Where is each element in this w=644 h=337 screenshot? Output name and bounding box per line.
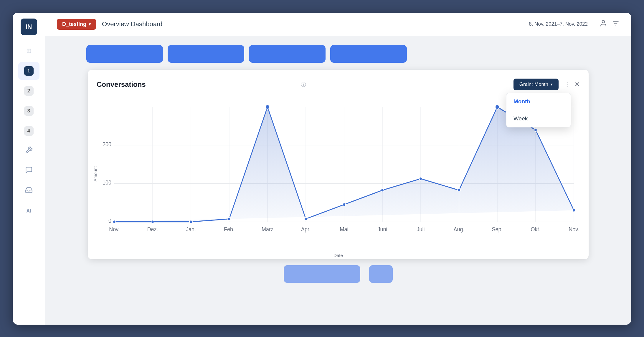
svg-text:Sep.: Sep.: [492, 226, 503, 233]
workspace-selector[interactable]: D_testing ▾: [57, 19, 96, 30]
svg-point-46: [458, 188, 460, 192]
svg-text:Jan.: Jan.: [186, 226, 196, 233]
tab-card-3[interactable]: [249, 45, 326, 63]
svg-point-39: [189, 220, 192, 223]
inbox-icon: [25, 186, 33, 196]
sidebar-item-grid[interactable]: ⊞: [18, 42, 39, 60]
sidebar-item-chat[interactable]: [18, 162, 39, 180]
svg-text:Juni: Juni: [377, 226, 387, 233]
sidebar-item-2[interactable]: 2: [18, 82, 39, 100]
grain-chevron-icon: ▾: [551, 82, 553, 87]
sidebar-item-tools[interactable]: [18, 142, 39, 160]
svg-point-43: [343, 203, 346, 206]
num3-icon: 3: [24, 106, 34, 116]
grid-icon: ⊞: [26, 47, 32, 55]
chat-icon: [25, 166, 33, 176]
filter-icon[interactable]: [612, 19, 620, 29]
svg-point-48: [534, 128, 537, 132]
svg-text:Feb.: Feb.: [224, 226, 235, 233]
svg-text:100: 100: [103, 179, 111, 186]
dashboard: Conversations ⓘ Grain: Month ▾ ⋮ ✕ Amoun…: [45, 36, 631, 325]
sidebar-item-ai[interactable]: AI: [18, 202, 39, 220]
main-content: D_testing ▾ Overview Dashboard 8. Nov. 2…: [45, 13, 631, 325]
grain-button-label: Grain: Month: [519, 82, 548, 87]
svg-text:Okt.: Okt.: [531, 226, 541, 233]
page-title: Overview Dashboard: [102, 20, 523, 28]
workspace-chevron-icon: ▾: [89, 22, 91, 26]
sidebar-item-1[interactable]: 1: [18, 62, 39, 80]
svg-text:Dez.: Dez.: [147, 226, 158, 233]
sidebar-item-inbox[interactable]: [18, 182, 39, 200]
topbar-actions: [600, 19, 620, 29]
chart-modal: Conversations ⓘ Grain: Month ▾ ⋮ ✕ Amoun…: [88, 70, 589, 259]
dropdown-item-month[interactable]: Month: [506, 93, 571, 110]
num4-icon: 4: [24, 126, 34, 136]
tab-cards: [86, 45, 620, 63]
num1-icon: 1: [24, 66, 34, 76]
tab-card-1[interactable]: [86, 45, 163, 63]
svg-text:Nov.: Nov.: [109, 226, 120, 233]
svg-point-45: [419, 177, 422, 180]
svg-text:Nov.: Nov.: [569, 226, 579, 233]
tab-card-2[interactable]: [168, 45, 244, 63]
svg-text:Juli: Juli: [417, 226, 425, 233]
app-logo[interactable]: IN: [21, 19, 37, 35]
num2-icon: 2: [24, 86, 34, 96]
svg-point-40: [228, 217, 231, 220]
svg-point-41: [265, 104, 270, 109]
grain-dropdown-button[interactable]: Grain: Month ▾: [513, 79, 559, 90]
sidebar-item-4[interactable]: 4: [18, 122, 39, 140]
svg-point-49: [572, 209, 575, 212]
close-icon[interactable]: ✕: [574, 81, 580, 88]
dropdown-item-week[interactable]: Week: [506, 110, 571, 127]
user-icon[interactable]: [600, 19, 607, 29]
tools-icon: [25, 146, 33, 156]
grain-dropdown-menu: Month Week: [506, 93, 571, 127]
sidebar: IN ⊞ 1 2 3 4: [13, 13, 45, 325]
svg-point-47: [495, 104, 499, 109]
tab-card-4[interactable]: [330, 45, 407, 63]
y-axis-label: Amount: [93, 166, 98, 182]
svg-text:Apr.: Apr.: [301, 226, 311, 233]
date-range: 8. Nov. 2021–7. Nov. 2022: [529, 21, 588, 27]
svg-text:März: März: [262, 226, 273, 233]
svg-text:200: 200: [103, 141, 111, 147]
chart-title: Conversations: [97, 80, 298, 89]
svg-text:0: 0: [108, 218, 111, 224]
svg-text:Mai: Mai: [340, 226, 349, 233]
more-options-icon[interactable]: ⋮: [564, 81, 570, 88]
topbar: D_testing ▾ Overview Dashboard 8. Nov. 2…: [45, 13, 631, 36]
chart-header: Conversations ⓘ Grain: Month ▾ ⋮ ✕: [97, 79, 580, 90]
x-axis-label: Date: [97, 253, 580, 258]
ai-icon: AI: [27, 208, 31, 214]
info-icon[interactable]: ⓘ: [301, 81, 306, 88]
sidebar-item-3[interactable]: 3: [18, 102, 39, 120]
svg-point-38: [151, 220, 154, 223]
svg-text:Aug.: Aug.: [453, 226, 464, 233]
bottom-card-1: [284, 265, 360, 283]
svg-point-44: [381, 188, 384, 192]
svg-point-0: [602, 20, 605, 23]
workspace-name: D_testing: [62, 21, 86, 27]
svg-point-37: [113, 220, 116, 223]
bottom-card-2: [369, 265, 393, 283]
svg-point-42: [304, 217, 307, 220]
